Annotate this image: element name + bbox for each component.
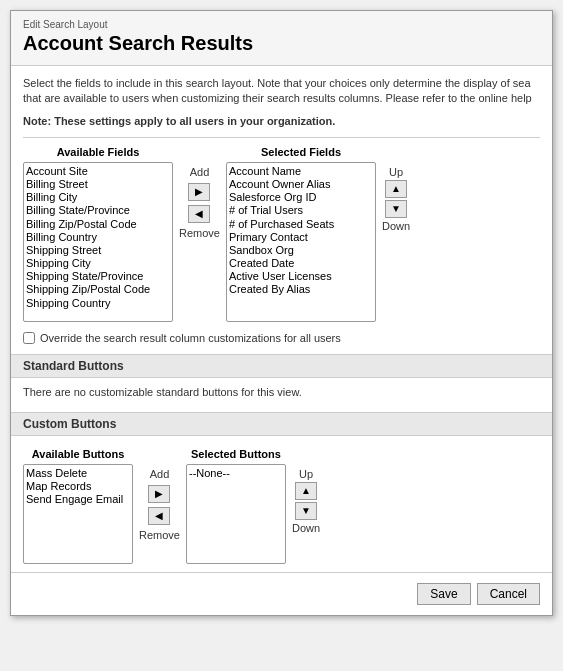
fields-section: Available Fields Account SiteBilling Str… (23, 146, 540, 322)
note-text: Note: These settings apply to all users … (23, 115, 540, 127)
down-label: Down (382, 220, 410, 232)
page-title: Account Search Results (23, 32, 540, 55)
custom-up-down-controls: Up ▲ ▼ Down (292, 448, 320, 534)
custom-add-button[interactable]: ▶ (148, 485, 170, 503)
custom-buttons-header: Custom Buttons (11, 412, 552, 436)
custom-down-label: Down (292, 522, 320, 534)
custom-up-label: Up (299, 468, 313, 480)
selected-fields-label: Selected Fields (261, 146, 341, 158)
down-button[interactable]: ▼ (385, 200, 407, 218)
selected-buttons-group: Selected Buttons --None-- (186, 448, 286, 564)
window-body: Select the fields to include in this sea… (11, 66, 552, 615)
description-text: Select the fields to include in this sea… (23, 76, 540, 107)
add-label: Add (190, 166, 210, 178)
selected-buttons-label: Selected Buttons (191, 448, 281, 460)
footer-row: Save Cancel (11, 572, 552, 615)
override-checkbox[interactable] (23, 332, 35, 344)
main-window: Edit Search Layout Account Search Result… (10, 10, 553, 616)
checkbox-row: Override the search result column custom… (23, 332, 540, 344)
up-label: Up (389, 166, 403, 178)
no-buttons-text: There are no customizable standard butto… (23, 386, 540, 398)
divider-top (23, 137, 540, 138)
override-label: Override the search result column custom… (40, 332, 341, 344)
fields-row: Available Fields Account SiteBilling Str… (23, 146, 540, 322)
standard-buttons-content: There are no customizable standard butto… (23, 378, 540, 412)
window-header: Edit Search Layout Account Search Result… (11, 11, 552, 66)
selected-fields-listbox[interactable]: Account NameAccount Owner AliasSalesforc… (226, 162, 376, 322)
edit-label: Edit Search Layout (23, 19, 540, 30)
save-button[interactable]: Save (417, 583, 470, 605)
selected-fields-group: Selected Fields Account NameAccount Owne… (226, 146, 376, 322)
available-buttons-label: Available Buttons (32, 448, 125, 460)
remove-label: Remove (179, 227, 220, 239)
custom-buttons-row: Available Buttons Mass DeleteMap Records… (23, 448, 540, 564)
custom-down-button[interactable]: ▼ (295, 502, 317, 520)
add-button[interactable]: ▶ (188, 183, 210, 201)
available-fields-label: Available Fields (57, 146, 140, 158)
up-down-controls: Up ▲ ▼ Down (382, 146, 410, 232)
custom-up-button[interactable]: ▲ (295, 482, 317, 500)
custom-remove-button[interactable]: ◀ (148, 507, 170, 525)
cancel-button[interactable]: Cancel (477, 583, 540, 605)
available-buttons-listbox[interactable]: Mass DeleteMap RecordsSend Engage Email (23, 464, 133, 564)
custom-add-label: Add (150, 468, 170, 480)
selected-buttons-listbox[interactable]: --None-- (186, 464, 286, 564)
standard-buttons-header: Standard Buttons (11, 354, 552, 378)
available-fields-group: Available Fields Account SiteBilling Str… (23, 146, 173, 322)
custom-add-remove-controls: Add ▶ ◀ Remove (139, 448, 180, 542)
available-buttons-group: Available Buttons Mass DeleteMap Records… (23, 448, 133, 564)
custom-remove-label: Remove (139, 529, 180, 541)
up-button[interactable]: ▲ (385, 180, 407, 198)
remove-button[interactable]: ◀ (188, 205, 210, 223)
custom-buttons-area: Available Buttons Mass DeleteMap Records… (23, 440, 540, 572)
available-fields-listbox[interactable]: Account SiteBilling StreetBilling CityBi… (23, 162, 173, 322)
add-remove-controls: Add ▶ ◀ Remove (179, 146, 220, 240)
